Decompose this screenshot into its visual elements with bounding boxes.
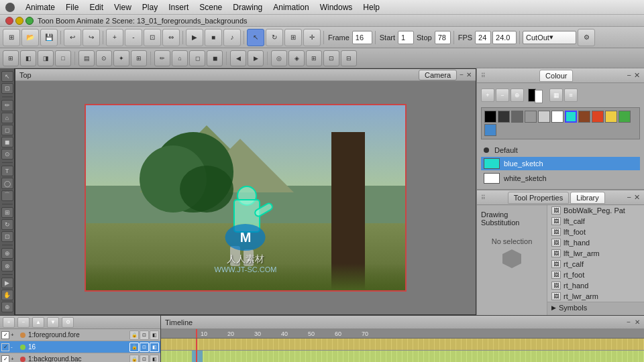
save-btn[interactable]: 💾 bbox=[40, 29, 58, 46]
draw-btn[interactable]: ✏ bbox=[154, 50, 170, 66]
swatch-black[interactable] bbox=[484, 111, 496, 123]
layer-alt-1[interactable]: ◧ bbox=[150, 343, 159, 352]
lib-item-6[interactable]: 🖼 rt_foot bbox=[547, 269, 644, 280]
swatch-light[interactable] bbox=[538, 111, 550, 123]
play-btn[interactable]: ▶ bbox=[186, 29, 203, 46]
layer-exp-1[interactable]: - bbox=[11, 344, 17, 350]
bg-color[interactable] bbox=[535, 90, 543, 103]
zoom-in-btn[interactable]: + bbox=[106, 29, 123, 46]
redo-btn[interactable]: ↪ bbox=[83, 29, 100, 46]
swatch-view-btn[interactable]: ▦ bbox=[549, 88, 563, 102]
scene-btn[interactable]: ◨ bbox=[38, 50, 54, 66]
fps-field[interactable]: 24 bbox=[475, 31, 491, 44]
select-tool[interactable]: ⊡ bbox=[1, 83, 13, 94]
lib-item-8[interactable]: 🖼 rt_lwr_arm bbox=[547, 291, 644, 302]
bone-tool[interactable]: ⊕ bbox=[1, 248, 13, 259]
menu-scene[interactable]: Scene bbox=[199, 3, 222, 12]
eraser-btn[interactable]: ◻ bbox=[189, 50, 205, 66]
layer-lock-2[interactable]: 🔒 bbox=[129, 355, 139, 363]
lib-item-7[interactable]: 🖼 rt_hand bbox=[547, 280, 644, 291]
tool-panel-close[interactable]: ✕ bbox=[634, 193, 640, 202]
move-up-btn[interactable]: ▲ bbox=[32, 317, 44, 328]
shape-tool[interactable]: ◯ bbox=[1, 178, 13, 188]
layer-exp-0[interactable]: + bbox=[11, 332, 17, 338]
layer-alt-2[interactable]: ◧ bbox=[150, 355, 159, 363]
fill-btn[interactable]: ◼ bbox=[207, 50, 223, 66]
fill-tool[interactable]: ◼ bbox=[1, 137, 13, 147]
layer-alt-0[interactable]: ◧ bbox=[150, 330, 159, 340]
swatch-gray[interactable] bbox=[511, 111, 523, 123]
colour-tab[interactable]: Colour bbox=[539, 70, 573, 82]
transform-tool2[interactable]: ⊞ bbox=[1, 207, 13, 218]
del-layer-btn[interactable]: − bbox=[17, 317, 30, 328]
eraser-tool[interactable]: ◻ bbox=[1, 125, 13, 135]
layer-lock-1[interactable]: 🔒 bbox=[129, 343, 139, 352]
transform-btn[interactable]: ⊞ bbox=[284, 29, 302, 46]
next-frame-btn[interactable]: ▶ bbox=[248, 50, 264, 66]
select-btn[interactable]: ↖ bbox=[247, 29, 264, 46]
open2-btn[interactable]: ◧ bbox=[20, 50, 36, 66]
swatch-yellow[interactable] bbox=[605, 111, 617, 123]
layer-settings-btn[interactable]: ⚙ bbox=[62, 317, 74, 328]
tl-minimize[interactable]: − bbox=[627, 318, 631, 326]
layer-vis-2[interactable]: ✓ bbox=[1, 355, 9, 363]
brush-tool[interactable]: ⌂ bbox=[1, 113, 13, 123]
duplicate-color-btn[interactable]: ⊕ bbox=[511, 88, 524, 102]
layer-more-0[interactable]: ⊡ bbox=[140, 330, 149, 340]
lib-item-1[interactable]: 🖼 lft_calf bbox=[547, 216, 644, 227]
menu-windows[interactable]: Windows bbox=[320, 3, 353, 12]
lib-symbols[interactable]: ▶ Symbols bbox=[547, 302, 644, 313]
traffic-light-maximize[interactable] bbox=[25, 17, 34, 25]
layer-row-2[interactable]: ✓ + 1:background.bac 🔒 ⊡ ◧ bbox=[0, 353, 160, 362]
swatch-red[interactable] bbox=[592, 111, 604, 123]
safe-btn[interactable]: ⊡ bbox=[323, 50, 339, 66]
lib-item-5[interactable]: 🖼 rt_calf bbox=[547, 259, 644, 269]
move-down-btn[interactable]: ▼ bbox=[47, 317, 59, 328]
undo-btn[interactable]: ↩ bbox=[64, 29, 81, 46]
peg-btn[interactable]: ⊙ bbox=[96, 50, 112, 66]
menu-animate[interactable]: Animate bbox=[25, 3, 55, 12]
start-field[interactable]: 1 bbox=[398, 31, 414, 44]
tool-panel-minimize[interactable]: − bbox=[627, 193, 631, 202]
text-tool[interactable]: T bbox=[1, 166, 13, 176]
swatch-brown[interactable] bbox=[578, 111, 590, 123]
traffic-light-minimize[interactable] bbox=[15, 17, 23, 25]
color-white-sketch[interactable]: white_sketch bbox=[481, 172, 640, 185]
ik-tool[interactable]: ⊗ bbox=[1, 260, 13, 271]
swatch-green[interactable] bbox=[619, 111, 631, 123]
menu-edit[interactable]: Edit bbox=[89, 3, 103, 12]
draw-tool[interactable]: ✏ bbox=[1, 100, 13, 111]
light-table-btn[interactable]: ◈ bbox=[288, 50, 305, 66]
lib-item-3[interactable]: 🖼 lft_hand bbox=[547, 237, 644, 248]
lib-item-4[interactable]: 🖼 lft_lwr_arm bbox=[547, 248, 644, 259]
list-view-btn[interactable]: ≡ bbox=[564, 88, 578, 102]
layer-row-1[interactable]: ✓ - 16 🔒 ⊡ ◧ bbox=[0, 341, 160, 353]
layer-vis-0[interactable]: ✓ bbox=[1, 331, 9, 339]
flip-h-btn[interactable]: ⇔ bbox=[162, 29, 180, 46]
bezier-tool[interactable]: ⌒ bbox=[1, 190, 13, 201]
onion-btn[interactable]: ◎ bbox=[271, 50, 287, 66]
add-color-btn[interactable]: + bbox=[481, 88, 494, 102]
add-layer-btn[interactable]: + bbox=[3, 317, 15, 328]
new-btn[interactable]: ⊞ bbox=[3, 29, 20, 46]
hand-tool[interactable]: ✋ bbox=[1, 290, 13, 300]
layer-btn[interactable]: ▤ bbox=[78, 50, 95, 66]
new2-btn[interactable]: ⊞ bbox=[3, 50, 19, 66]
play-tool[interactable]: ▶ bbox=[1, 278, 13, 288]
rotate-tool2[interactable]: ↻ bbox=[1, 219, 13, 230]
zoom-out-btn[interactable]: - bbox=[125, 29, 142, 46]
camera-btn2[interactable]: ⊟ bbox=[341, 50, 357, 66]
menu-drawing[interactable]: Drawing bbox=[233, 3, 262, 12]
traffic-light-close[interactable] bbox=[5, 17, 13, 25]
eyedrop-tool[interactable]: ⊙ bbox=[1, 149, 13, 160]
frame-field[interactable]: 16 bbox=[352, 31, 372, 44]
color-panel-close[interactable]: ✕ bbox=[634, 71, 640, 80]
effect-btn[interactable]: ✦ bbox=[113, 50, 129, 66]
grid-btn[interactable]: ⊞ bbox=[306, 50, 322, 66]
scale-tool[interactable]: ⊡ bbox=[1, 231, 13, 242]
swatch-dark[interactable] bbox=[498, 111, 510, 123]
stop-btn[interactable]: ■ bbox=[205, 29, 222, 46]
fit-btn[interactable]: ⊡ bbox=[144, 29, 161, 46]
tl-close[interactable]: ✕ bbox=[635, 318, 640, 326]
swatch-lgray[interactable] bbox=[525, 111, 537, 123]
